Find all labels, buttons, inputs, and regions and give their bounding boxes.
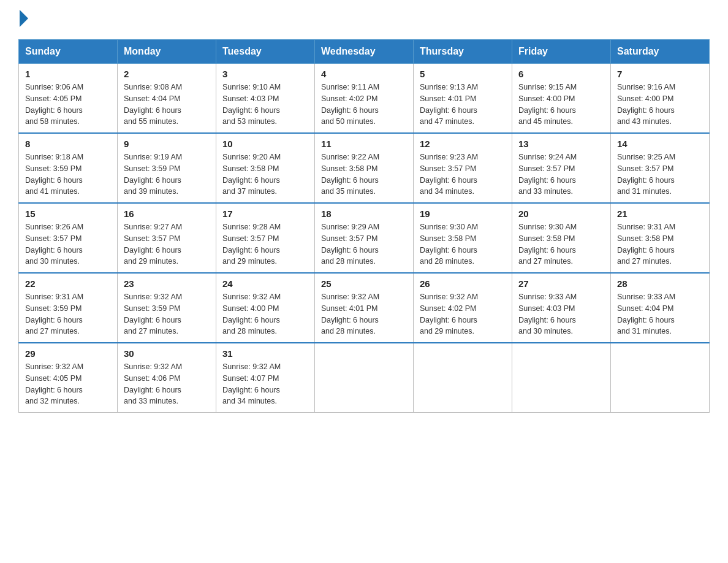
day-info: Sunrise: 9:32 AMSunset: 4:05 PMDaylight:… <box>25 361 111 407</box>
day-number: 5 <box>420 69 506 79</box>
logo-arrow-icon <box>20 10 28 27</box>
calendar-cell: 9Sunrise: 9:19 AMSunset: 3:59 PMDaylight… <box>118 133 216 203</box>
day-number: 23 <box>124 278 210 289</box>
day-info: Sunrise: 9:27 AMSunset: 3:57 PMDaylight:… <box>124 221 210 267</box>
day-number: 15 <box>25 209 111 219</box>
day-number: 12 <box>420 139 506 149</box>
day-info: Sunrise: 9:15 AMSunset: 4:00 PMDaylight:… <box>518 82 604 128</box>
day-info: Sunrise: 9:26 AMSunset: 3:57 PMDaylight:… <box>25 221 111 267</box>
calendar-week-row: 22Sunrise: 9:31 AMSunset: 3:59 PMDayligh… <box>19 273 710 343</box>
day-number: 29 <box>25 348 111 359</box>
day-number: 30 <box>124 348 210 359</box>
day-info: Sunrise: 9:32 AMSunset: 4:02 PMDaylight:… <box>420 291 506 337</box>
calendar-cell: 15Sunrise: 9:26 AMSunset: 3:57 PMDayligh… <box>19 203 118 273</box>
day-info: Sunrise: 9:32 AMSunset: 4:07 PMDaylight:… <box>222 361 308 407</box>
day-number: 25 <box>321 278 407 289</box>
day-number: 22 <box>25 278 111 289</box>
calendar-cell: 8Sunrise: 9:18 AMSunset: 3:59 PMDaylight… <box>19 133 118 203</box>
day-info: Sunrise: 9:16 AMSunset: 4:00 PMDaylight:… <box>617 82 703 128</box>
col-header-thursday: Thursday <box>414 40 512 64</box>
calendar-week-row: 1Sunrise: 9:06 AMSunset: 4:05 PMDaylight… <box>19 64 710 134</box>
calendar-cell: 26Sunrise: 9:32 AMSunset: 4:02 PMDayligh… <box>414 273 512 343</box>
day-number: 18 <box>321 209 407 219</box>
day-info: Sunrise: 9:10 AMSunset: 4:03 PMDaylight:… <box>222 82 308 128</box>
day-info: Sunrise: 9:22 AMSunset: 3:58 PMDaylight:… <box>321 151 407 197</box>
calendar-cell: 7Sunrise: 9:16 AMSunset: 4:00 PMDaylight… <box>611 64 710 134</box>
calendar-cell: 1Sunrise: 9:06 AMSunset: 4:05 PMDaylight… <box>19 64 118 134</box>
day-number: 2 <box>124 69 210 79</box>
calendar-week-row: 29Sunrise: 9:32 AMSunset: 4:05 PMDayligh… <box>19 343 710 413</box>
calendar-header-row: SundayMondayTuesdayWednesdayThursdayFrid… <box>19 40 710 64</box>
calendar-cell <box>611 343 710 413</box>
calendar-cell: 11Sunrise: 9:22 AMSunset: 3:58 PMDayligh… <box>315 133 414 203</box>
calendar-cell: 4Sunrise: 9:11 AMSunset: 4:02 PMDaylight… <box>315 64 414 134</box>
day-number: 20 <box>518 209 604 219</box>
day-number: 31 <box>222 348 308 359</box>
day-number: 26 <box>420 278 506 289</box>
day-number: 27 <box>518 278 604 289</box>
day-number: 13 <box>518 139 604 149</box>
day-info: Sunrise: 9:23 AMSunset: 3:57 PMDaylight:… <box>420 151 506 197</box>
day-info: Sunrise: 9:11 AMSunset: 4:02 PMDaylight:… <box>321 82 407 128</box>
day-number: 8 <box>25 139 111 149</box>
calendar-cell: 31Sunrise: 9:32 AMSunset: 4:07 PMDayligh… <box>216 343 315 413</box>
calendar-cell: 2Sunrise: 9:08 AMSunset: 4:04 PMDaylight… <box>118 64 216 134</box>
day-number: 21 <box>617 209 703 219</box>
day-info: Sunrise: 9:32 AMSunset: 4:06 PMDaylight:… <box>124 361 210 407</box>
calendar-week-row: 15Sunrise: 9:26 AMSunset: 3:57 PMDayligh… <box>19 203 710 273</box>
day-info: Sunrise: 9:30 AMSunset: 3:58 PMDaylight:… <box>518 221 604 267</box>
calendar-cell: 14Sunrise: 9:25 AMSunset: 3:57 PMDayligh… <box>611 133 710 203</box>
calendar-cell: 6Sunrise: 9:15 AMSunset: 4:00 PMDaylight… <box>512 64 611 134</box>
day-info: Sunrise: 9:25 AMSunset: 3:57 PMDaylight:… <box>617 151 703 197</box>
calendar-cell: 5Sunrise: 9:13 AMSunset: 4:01 PMDaylight… <box>414 64 512 134</box>
calendar-cell: 28Sunrise: 9:33 AMSunset: 4:04 PMDayligh… <box>611 273 710 343</box>
calendar-cell: 24Sunrise: 9:32 AMSunset: 4:00 PMDayligh… <box>216 273 315 343</box>
day-info: Sunrise: 9:33 AMSunset: 4:03 PMDaylight:… <box>518 291 604 337</box>
day-number: 10 <box>222 139 308 149</box>
day-info: Sunrise: 9:28 AMSunset: 3:57 PMDaylight:… <box>222 221 308 267</box>
day-info: Sunrise: 9:18 AMSunset: 3:59 PMDaylight:… <box>25 151 111 197</box>
day-number: 14 <box>617 139 703 149</box>
calendar-cell: 3Sunrise: 9:10 AMSunset: 4:03 PMDaylight… <box>216 64 315 134</box>
day-info: Sunrise: 9:29 AMSunset: 3:57 PMDaylight:… <box>321 221 407 267</box>
calendar-cell: 25Sunrise: 9:32 AMSunset: 4:01 PMDayligh… <box>315 273 414 343</box>
day-info: Sunrise: 9:32 AMSunset: 4:01 PMDaylight:… <box>321 291 407 337</box>
day-number: 28 <box>617 278 703 289</box>
col-header-friday: Friday <box>512 40 611 64</box>
day-info: Sunrise: 9:30 AMSunset: 3:58 PMDaylight:… <box>420 221 506 267</box>
day-info: Sunrise: 9:20 AMSunset: 3:58 PMDaylight:… <box>222 151 308 197</box>
calendar-cell: 22Sunrise: 9:31 AMSunset: 3:59 PMDayligh… <box>19 273 118 343</box>
calendar-week-row: 8Sunrise: 9:18 AMSunset: 3:59 PMDaylight… <box>19 133 710 203</box>
day-number: 4 <box>321 69 407 79</box>
col-header-wednesday: Wednesday <box>315 40 414 64</box>
col-header-sunday: Sunday <box>19 40 118 64</box>
day-number: 3 <box>222 69 308 79</box>
col-header-tuesday: Tuesday <box>216 40 315 64</box>
calendar-cell: 16Sunrise: 9:27 AMSunset: 3:57 PMDayligh… <box>118 203 216 273</box>
calendar-cell <box>512 343 611 413</box>
day-info: Sunrise: 9:31 AMSunset: 3:59 PMDaylight:… <box>25 291 111 337</box>
calendar-cell: 19Sunrise: 9:30 AMSunset: 3:58 PMDayligh… <box>414 203 512 273</box>
day-info: Sunrise: 9:06 AMSunset: 4:05 PMDaylight:… <box>25 82 111 128</box>
day-info: Sunrise: 9:32 AMSunset: 4:00 PMDaylight:… <box>222 291 308 337</box>
calendar-cell: 23Sunrise: 9:32 AMSunset: 3:59 PMDayligh… <box>118 273 216 343</box>
day-info: Sunrise: 9:08 AMSunset: 4:04 PMDaylight:… <box>124 82 210 128</box>
day-number: 11 <box>321 139 407 149</box>
calendar-cell: 21Sunrise: 9:31 AMSunset: 3:58 PMDayligh… <box>611 203 710 273</box>
day-info: Sunrise: 9:19 AMSunset: 3:59 PMDaylight:… <box>124 151 210 197</box>
day-number: 7 <box>617 69 703 79</box>
calendar-cell: 12Sunrise: 9:23 AMSunset: 3:57 PMDayligh… <box>414 133 512 203</box>
calendar-cell: 27Sunrise: 9:33 AMSunset: 4:03 PMDayligh… <box>512 273 611 343</box>
calendar-cell <box>414 343 512 413</box>
page-header <box>18 12 710 27</box>
day-info: Sunrise: 9:13 AMSunset: 4:01 PMDaylight:… <box>420 82 506 128</box>
day-number: 9 <box>124 139 210 149</box>
day-number: 16 <box>124 209 210 219</box>
day-number: 1 <box>25 69 111 79</box>
calendar-cell: 20Sunrise: 9:30 AMSunset: 3:58 PMDayligh… <box>512 203 611 273</box>
col-header-saturday: Saturday <box>611 40 710 64</box>
col-header-monday: Monday <box>118 40 216 64</box>
calendar-cell <box>315 343 414 413</box>
calendar-cell: 13Sunrise: 9:24 AMSunset: 3:57 PMDayligh… <box>512 133 611 203</box>
day-number: 24 <box>222 278 308 289</box>
